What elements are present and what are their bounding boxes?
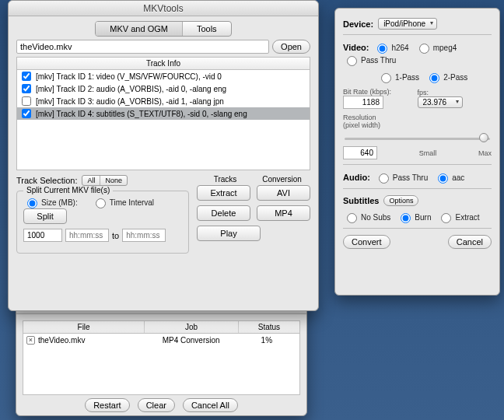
tab-mkv-ogm[interactable]: MKV and OGM	[96, 22, 183, 36]
select-none-button[interactable]: None	[100, 176, 127, 185]
tab-tools[interactable]: Tools	[183, 22, 231, 36]
restart-button[interactable]: Restart	[85, 398, 129, 412]
play-button[interactable]: Play	[197, 226, 261, 241]
jobs-window: File Job Status × theVideo.mkv MP4 Conve…	[16, 299, 307, 416]
split-to-input[interactable]	[122, 229, 166, 242]
jobs-header-job: Job	[145, 321, 239, 333]
trackinfo-table: Track Info [mkv] Track ID 1: video (V_MS…	[16, 57, 310, 170]
jobs-header-status: Status	[239, 321, 299, 333]
split-group: Split Current MKV file(s) Size (MB): Tim…	[16, 191, 189, 254]
convert-button[interactable]: Convert	[343, 235, 390, 249]
select-all-button[interactable]: All	[82, 176, 100, 185]
video-label: Video:	[343, 43, 369, 52]
main-window: MKVtools MKV and OGM Tools Open Track In…	[8, 0, 319, 311]
jobs-table: File Job Status × theVideo.mkv MP4 Conve…	[23, 320, 300, 395]
device-select[interactable]: iPod/iPhone	[378, 18, 437, 30]
avi-button[interactable]: AVI	[257, 185, 310, 201]
video-1pass-radio[interactable]: 1-Pass	[377, 71, 419, 83]
track-checkbox[interactable]	[22, 109, 31, 118]
fps-select[interactable]: 23.976	[418, 96, 463, 108]
resolution-slider[interactable]	[345, 132, 490, 145]
video-h264-radio[interactable]: h264	[373, 41, 408, 54]
audio-aac-radio[interactable]: aac	[434, 171, 464, 184]
device-label: Device:	[343, 19, 373, 29]
track-selection-label: Track Selection:	[16, 176, 77, 185]
audio-passthru-radio[interactable]: Pass Thru	[375, 171, 428, 184]
mp4-button[interactable]: MP4	[257, 205, 310, 221]
split-from-input[interactable]	[65, 229, 109, 242]
subs-burn-radio[interactable]: Burn	[397, 211, 431, 223]
track-checkbox[interactable]	[22, 96, 31, 106]
subtitles-label: Subtitles	[343, 196, 379, 205]
job-remove-icon[interactable]: ×	[26, 336, 35, 345]
split-time-radio[interactable]: Time Interval	[92, 196, 154, 208]
track-row[interactable]: [mkv] Track ID 2: audio (A_VORBIS), -aid…	[17, 82, 310, 95]
subs-nosubs-radio[interactable]: No Subs	[343, 211, 390, 223]
app-title: MKVtools	[143, 3, 183, 14]
open-button[interactable]: Open	[272, 40, 310, 54]
job-file: theVideo.mkv	[38, 336, 85, 345]
settings-panel: Device: iPod/iPhone Video: h264 mpeg4 Pa…	[334, 8, 500, 296]
bitrate-label: Bit Rate (kbps):	[343, 88, 418, 96]
split-legend: Split Current MKV file(s)	[23, 186, 113, 194]
extract-button[interactable]: Extract	[197, 185, 250, 201]
audio-label: Audio:	[343, 173, 370, 182]
jobs-header-file: File	[23, 321, 145, 333]
resolution-input[interactable]	[343, 146, 377, 159]
track-checkbox[interactable]	[22, 84, 31, 93]
resolution-sublabel: (pixel width)	[343, 121, 492, 129]
video-2pass-radio[interactable]: 2-Pass	[425, 71, 467, 83]
job-name: MP4 Conversion	[145, 336, 237, 345]
video-passthru-radio[interactable]: Pass Thru	[343, 54, 396, 66]
subs-extract-radio[interactable]: Extract	[437, 211, 479, 223]
track-row[interactable]: [mkv] Track ID 4: subtitles (S_TEXT/UTF8…	[17, 107, 310, 120]
main-titlebar[interactable]: MKVtools	[9, 1, 318, 16]
file-input[interactable]	[16, 40, 269, 54]
split-size-radio[interactable]: Size (MB):	[23, 196, 78, 208]
job-status: 1%	[237, 336, 296, 345]
video-mpeg4-radio[interactable]: mpeg4	[415, 41, 457, 54]
resolution-label: Resolution	[343, 114, 492, 121]
conversion-header: Conversion	[254, 175, 310, 184]
slider-small-label: Small	[377, 149, 478, 157]
track-row[interactable]: [mkv] Track ID 1: video (V_MS/VFW/FOURCC…	[17, 70, 310, 82]
job-row[interactable]: × theVideo.mkv MP4 Conversion 1%	[23, 334, 299, 347]
cancel-button[interactable]: Cancel	[448, 235, 492, 249]
track-row[interactable]: [mkv] Track ID 3: audio (A_VORBIS), -aid…	[17, 95, 310, 107]
split-size-input[interactable]	[23, 229, 62, 242]
track-checkbox[interactable]	[22, 72, 31, 81]
trackinfo-header: Track Info	[17, 58, 310, 70]
cancel-all-button[interactable]: Cancel All	[183, 398, 238, 412]
delete-button[interactable]: Delete	[197, 205, 250, 221]
tab-bar: MKV and OGM Tools	[95, 21, 231, 37]
tracks-header: Tracks	[197, 175, 254, 184]
slider-max-label: Max	[478, 149, 492, 157]
split-button[interactable]: Split	[23, 208, 67, 224]
bitrate-input[interactable]	[343, 96, 383, 109]
clear-button[interactable]: Clear	[138, 398, 175, 412]
subtitles-options-button[interactable]: Options	[383, 195, 418, 206]
fps-label: fps:	[418, 89, 492, 96]
split-to-label: to	[112, 231, 119, 240]
